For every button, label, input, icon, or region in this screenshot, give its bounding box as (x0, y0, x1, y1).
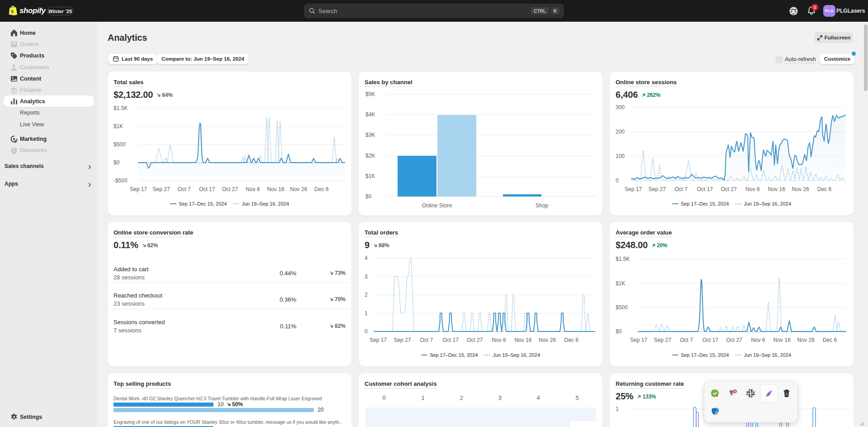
svg-text:Sep 17: Sep 17 (630, 337, 647, 343)
svg-text:2: 2 (365, 292, 368, 298)
svg-text:Nov 26: Nov 26 (797, 337, 815, 343)
svg-text:Dec 6: Dec 6 (823, 337, 837, 343)
svg-text:$2K: $2K (365, 153, 375, 159)
svg-text:$4K: $4K (365, 111, 375, 118)
svg-text:Oct 7: Oct 7 (680, 337, 693, 343)
svg-text:Nov 6: Nov 6 (751, 337, 765, 343)
svg-text:$1K: $1K (365, 173, 375, 179)
svg-text:Dec 6: Dec 6 (314, 186, 329, 192)
svg-text:Nov 16: Nov 16 (773, 337, 791, 343)
svg-text:Dec 6: Dec 6 (564, 337, 579, 343)
svg-text:-$500: -$500 (114, 178, 128, 184)
svg-text:0: 0 (616, 178, 619, 184)
svg-text:Sep 27: Sep 27 (654, 337, 671, 343)
svg-text:Nov 6: Nov 6 (492, 337, 506, 343)
svg-text:$500: $500 (616, 304, 628, 311)
svg-text:Nov 16: Nov 16 (267, 186, 285, 192)
svg-text:Oct 7: Oct 7 (674, 186, 688, 192)
svg-text:Sep 27: Sep 27 (394, 337, 411, 343)
svg-text:Sep 17: Sep 17 (625, 186, 642, 192)
svg-text:Oct 27: Oct 27 (222, 186, 238, 192)
svg-text:Oct 17: Oct 17 (697, 186, 713, 192)
svg-text:Oct 27: Oct 27 (726, 337, 743, 343)
svg-text:Oct 7: Oct 7 (178, 186, 191, 192)
svg-text:Sep 17: Sep 17 (370, 337, 387, 343)
svg-text:Oct 17: Oct 17 (702, 337, 719, 343)
svg-text:Oct 17: Oct 17 (199, 186, 215, 192)
svg-text:$0: $0 (365, 193, 372, 200)
svg-text:200: 200 (616, 129, 625, 135)
svg-text:$1K: $1K (114, 123, 123, 130)
svg-text:3: 3 (365, 273, 368, 280)
svg-text:1: 1 (365, 310, 368, 317)
svg-text:Online Store: Online Store (422, 202, 452, 209)
svg-text:Oct 7: Oct 7 (420, 337, 433, 343)
svg-text:Oct 27: Oct 27 (467, 337, 483, 343)
svg-text:S: S (11, 9, 14, 14)
svg-text:$1.5K: $1.5K (616, 256, 630, 262)
svg-text:$3K: $3K (365, 132, 375, 138)
svg-text:Nov 26: Nov 26 (290, 186, 307, 192)
svg-text:$500: $500 (114, 141, 126, 148)
svg-text:$0: $0 (616, 328, 622, 335)
svg-text:Nov 16: Nov 16 (514, 337, 531, 343)
svg-text:0: 0 (365, 328, 368, 335)
svg-text:Nov 6: Nov 6 (246, 186, 260, 192)
svg-text:1: 1 (616, 406, 619, 412)
svg-text:Nov 6: Nov 6 (745, 186, 760, 192)
svg-text:Shop: Shop (536, 202, 548, 209)
svg-text:Nov 26: Nov 26 (539, 337, 556, 343)
svg-text:Sep 27: Sep 27 (153, 186, 170, 192)
svg-text:Sep 27: Sep 27 (649, 186, 666, 192)
svg-text:$5K: $5K (365, 91, 375, 97)
svg-text:$1K: $1K (616, 280, 625, 287)
svg-text:Oct 17: Oct 17 (443, 337, 459, 343)
svg-text:300: 300 (616, 104, 625, 110)
svg-text:Nov 16: Nov 16 (768, 186, 785, 192)
svg-text:$1.5K: $1.5K (114, 105, 128, 111)
svg-text:Dec 6: Dec 6 (817, 186, 832, 192)
svg-text:$0: $0 (114, 159, 120, 166)
svg-text:Nov 26: Nov 26 (792, 186, 809, 192)
svg-text:Oct 27: Oct 27 (721, 186, 737, 192)
svg-text:4: 4 (365, 255, 368, 261)
svg-text:Sep 17: Sep 17 (130, 186, 147, 192)
svg-text:100: 100 (616, 153, 625, 159)
